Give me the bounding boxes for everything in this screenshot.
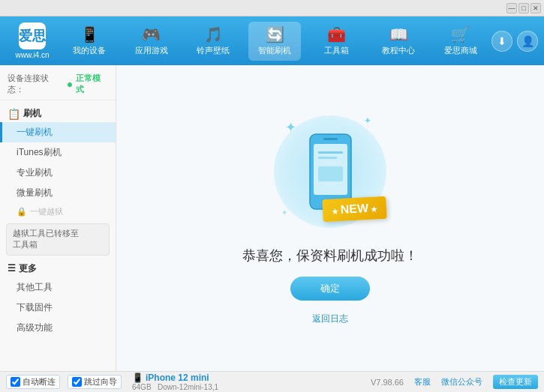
svg-rect-3 (323, 138, 338, 140)
success-illustration: ✦ ✦ ✦ (242, 112, 418, 325)
skip-wizard-checkbox[interactable]: 跳过向导 (68, 375, 122, 389)
flash-group-icon: 📋 (8, 108, 20, 120)
device-details: 64GB Down-12mini-13,1 (132, 383, 218, 391)
nav-toolbox[interactable]: 🧰 工具箱 (311, 22, 363, 61)
ringtones-icon: 🎵 (204, 25, 223, 43)
sidebar-item-pro-flash[interactable]: 专业刷机 (0, 163, 116, 183)
smart-flash-label: 智能刷机 (258, 45, 291, 56)
sidebar-item-other-tools[interactable]: 其他工具 (0, 277, 116, 298)
svg-rect-6 (318, 166, 343, 181)
flash-group-title: 📋 刷机 (0, 103, 116, 122)
my-device-label: 我的设备 (73, 45, 106, 56)
sidebar-item-wipe-flash[interactable]: 微量刷机 (0, 183, 116, 203)
connection-status: 设备连接状态： ● 正常模式 (0, 68, 116, 100)
skip-wizard-input[interactable] (72, 377, 82, 387)
my-device-icon: 📱 (80, 25, 99, 43)
logo: 爱思 www.i4.cn (6, 20, 59, 61)
sidebar: 设备连接状态： ● 正常模式 📋 刷机 一键刷机 iTunes刷机 专业刷机 微… (0, 65, 116, 371)
sparkle-bottom-left: ✦ (281, 208, 287, 217)
toolbox-label: 工具箱 (324, 45, 349, 56)
more-group-icon: ☰ (8, 263, 16, 274)
skip-wizard-label: 跳过向导 (84, 376, 117, 388)
nav-my-device[interactable]: 📱 我的设备 (63, 22, 116, 61)
maximize-button[interactable]: □ (518, 3, 529, 13)
smart-flash-icon: 🔄 (266, 25, 284, 43)
more-group-label: 更多 (19, 262, 37, 275)
shop-icon: 🛒 (451, 25, 470, 43)
content-area: ✦ ✦ ✦ (116, 65, 544, 371)
auto-disconnect-input[interactable] (11, 377, 20, 387)
more-group-title: ☰ 更多 (0, 259, 116, 277)
sidebar-item-download-firmware[interactable]: 下载固件 (0, 298, 116, 318)
lock-icon: 🔒 (17, 207, 27, 217)
download-firmware-label: 下载固件 (17, 302, 53, 313)
device-phone-icon: 📱 (132, 373, 143, 383)
tutorial-label: 教程中心 (382, 45, 415, 56)
device-model: Down-12mini-13,1 (158, 383, 218, 391)
new-badge: NEW (322, 196, 386, 221)
jailbreak-notice: 越狱工具已转移至工具箱 (6, 223, 110, 256)
sidebar-item-jailbreak-disabled: 🔒 一键越狱 (0, 203, 116, 220)
sparkle-top-left: ✦ (285, 119, 296, 136)
status-label: 设备连接状态： (8, 73, 64, 95)
nav-smart-flash[interactable]: 🔄 智能刷机 (248, 22, 301, 61)
svg-rect-4 (318, 151, 343, 154)
auto-disconnect-label: 自动断连 (23, 376, 56, 388)
tutorial-icon: 📖 (389, 25, 408, 43)
header-actions: ⬇ 👤 (491, 31, 538, 52)
confirm-button[interactable]: 确定 (290, 277, 370, 301)
pro-flash-label: 专业刷机 (17, 167, 53, 178)
auto-disconnect-checkbox[interactable]: 自动断连 (6, 375, 60, 389)
apps-games-label: 应用游戏 (135, 45, 168, 56)
nav-apps-games[interactable]: 🎮 应用游戏 (125, 22, 178, 61)
logo-symbol: 爱思 (19, 27, 46, 45)
status-value: 正常模式 (76, 73, 108, 95)
notice-text: 越狱工具已转移至工具箱 (13, 229, 79, 249)
success-text: 恭喜您，保资料刷机成功啦！ (242, 247, 418, 265)
bottom-left: 自动断连 跳过向导 📱 iPhone 12 mini 64GB Down-12m… (6, 373, 371, 391)
bottom-section: 自动断连 跳过向导 📱 iPhone 12 mini 64GB Down-12m… (0, 371, 544, 392)
other-tools-label: 其他工具 (17, 282, 53, 292)
ringtones-label: 铃声壁纸 (197, 45, 230, 56)
status-dot: ● (67, 78, 73, 90)
advanced-label: 高级功能 (17, 322, 53, 333)
flash-group-label: 刷机 (23, 107, 41, 120)
jailbreak-label: 一键越狱 (30, 206, 63, 217)
phone-container: ✦ ✦ ✦ (278, 112, 383, 232)
title-bar: — □ ✕ (0, 0, 544, 16)
sidebar-item-advanced[interactable]: 高级功能 (0, 318, 116, 338)
version-label: V7.98.66 (371, 378, 404, 387)
toolbox-icon: 🧰 (327, 25, 346, 43)
device-storage: 64GB (132, 383, 152, 391)
main-layout: 设备连接状态： ● 正常模式 📋 刷机 一键刷机 iTunes刷机 专业刷机 微… (0, 65, 544, 371)
device-name: 📱 iPhone 12 mini (132, 373, 218, 383)
minimize-button[interactable]: — (506, 3, 517, 13)
device-info: 📱 iPhone 12 mini 64GB Down-12mini-13,1 (132, 373, 218, 391)
bottom-right: V7.98.66 客服 微信公众号 检查更新 (371, 375, 538, 389)
sidebar-item-itunes-flash[interactable]: iTunes刷机 (0, 142, 116, 163)
header: 爱思 www.i4.cn 📱 我的设备 🎮 应用游戏 🎵 铃声壁纸 🔄 智能刷机… (0, 16, 544, 65)
wipe-flash-label: 微量刷机 (17, 187, 53, 198)
nav-bar: 📱 我的设备 🎮 应用游戏 🎵 铃声壁纸 🔄 智能刷机 🧰 工具箱 📖 教程中心… (59, 22, 491, 61)
download-button[interactable]: ⬇ (491, 31, 512, 52)
service-link[interactable]: 客服 (414, 376, 431, 388)
itunes-flash-label: iTunes刷机 (17, 147, 62, 157)
nav-shop[interactable]: 🛒 爱思商城 (434, 22, 487, 61)
svg-rect-5 (318, 157, 337, 159)
sparkle-top-right: ✦ (364, 115, 371, 126)
check-update-button[interactable]: 检查更新 (493, 375, 538, 389)
sidebar-item-one-click-flash[interactable]: 一键刷机 (0, 122, 116, 142)
device-name-text: iPhone 12 mini (146, 373, 209, 383)
apps-games-icon: 🎮 (142, 25, 161, 43)
nav-tutorial[interactable]: 📖 教程中心 (372, 22, 425, 61)
shop-label: 爱思商城 (444, 45, 477, 56)
logo-url: www.i4.cn (15, 51, 49, 59)
account-button[interactable]: 👤 (517, 31, 538, 52)
close-button[interactable]: ✕ (530, 3, 541, 13)
one-click-flash-label: 一键刷机 (17, 127, 53, 137)
wechat-link[interactable]: 微信公众号 (441, 376, 482, 388)
nav-ringtones[interactable]: 🎵 铃声壁纸 (187, 22, 239, 61)
return-log-link[interactable]: 返回日志 (312, 313, 348, 325)
logo-icon: 爱思 (19, 22, 46, 49)
bottom-bar: 自动断连 跳过向导 📱 iPhone 12 mini 64GB Down-12m… (0, 371, 544, 392)
